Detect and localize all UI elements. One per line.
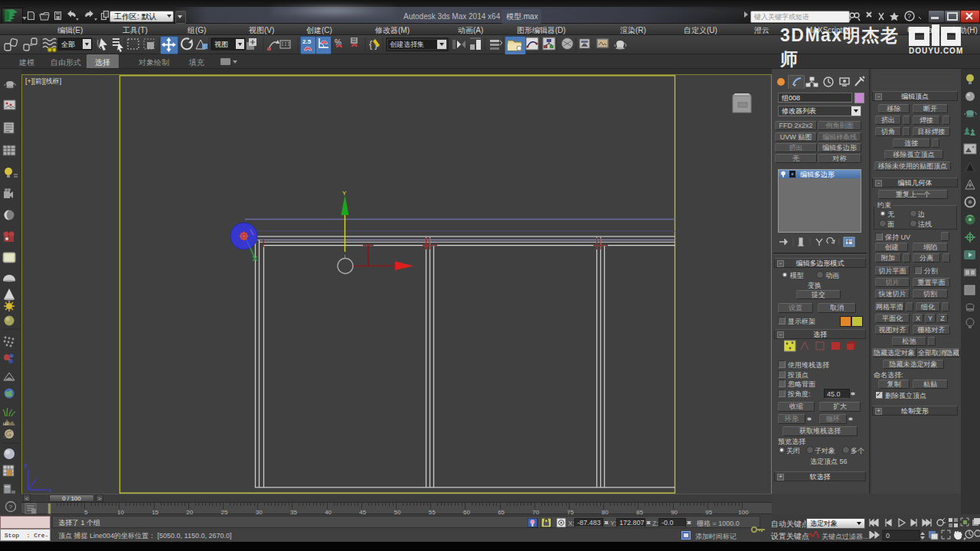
svg-text:?: ?	[907, 12, 911, 20]
svg-text:视图: 视图	[214, 41, 228, 48]
svg-text:x: x	[49, 487, 52, 493]
svg-text:全部: 全部	[61, 41, 75, 48]
svg-text:O:: O:	[3, 435, 7, 439]
svg-text:?: ?	[9, 504, 13, 510]
svg-text:Y: Y	[342, 190, 347, 197]
svg-text:HF: HF	[3, 422, 9, 426]
svg-text:创建选择集: 创建选择集	[390, 41, 424, 48]
svg-text:2.5: 2.5	[302, 38, 312, 45]
svg-text:0: 0	[886, 532, 890, 540]
svg-text:y: y	[24, 462, 28, 468]
